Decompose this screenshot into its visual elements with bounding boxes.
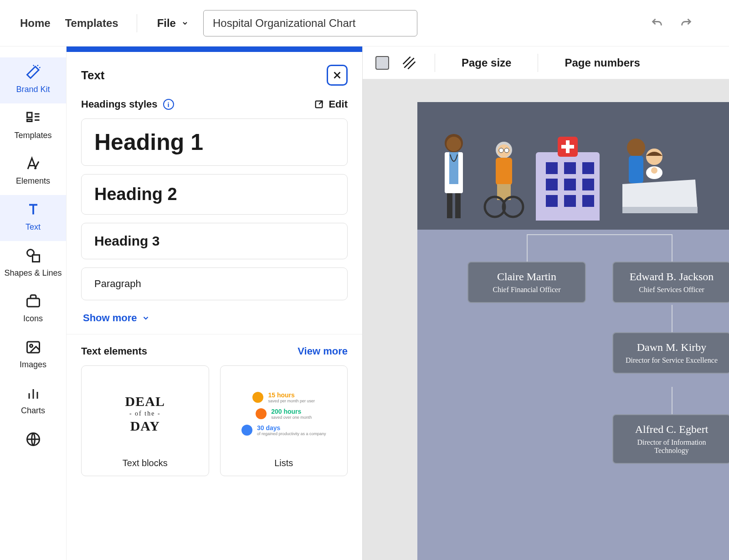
file-menu[interactable]: File bbox=[154, 14, 192, 32]
close-icon bbox=[332, 70, 342, 80]
undo-redo-group bbox=[651, 17, 711, 30]
page-size-button[interactable]: Page size bbox=[453, 57, 519, 69]
text-blocks-preview: DEAL - of the - DAY bbox=[89, 375, 201, 452]
family-bed-illustration bbox=[609, 134, 700, 221]
home-tab[interactable]: Home bbox=[18, 14, 52, 32]
bullet-icon bbox=[252, 392, 263, 403]
headings-label: Headings styles i bbox=[81, 98, 174, 110]
undo-icon[interactable] bbox=[651, 17, 663, 30]
canvas-viewport[interactable]: ORGA Claire Martin Chief Financial Offic… bbox=[363, 79, 729, 560]
divider bbox=[137, 14, 137, 32]
svg-rect-42 bbox=[622, 207, 698, 213]
paragraph-style[interactable]: Paragraph bbox=[81, 267, 348, 300]
hospital-illustration bbox=[536, 152, 600, 221]
rail-charts[interactable]: Charts bbox=[0, 379, 66, 425]
elements-icon bbox=[25, 155, 41, 172]
connector bbox=[672, 234, 673, 262]
medical-cross-icon bbox=[558, 137, 578, 157]
page-numbers-button[interactable]: Page numbers bbox=[556, 57, 648, 69]
svg-line-20 bbox=[404, 58, 414, 67]
lists-preview: 15 hourssaved per month per user 200 hou… bbox=[233, 375, 334, 452]
list-row: 30 daysof regained productivity as a com… bbox=[241, 424, 326, 436]
rail-templates[interactable]: Templates bbox=[0, 103, 66, 149]
globe-icon bbox=[25, 431, 41, 447]
list-row: 200 hourssaved over one month bbox=[256, 408, 312, 420]
svg-rect-33 bbox=[496, 158, 512, 185]
svg-point-12 bbox=[30, 344, 32, 347]
rail-brand-kit[interactable]: Brand Kit bbox=[0, 57, 66, 103]
rail-label: Charts bbox=[21, 406, 45, 416]
text-elements-label: Text elements bbox=[81, 345, 147, 357]
close-panel-button[interactable] bbox=[327, 65, 348, 86]
canvas-area: Page size Page numbers bbox=[363, 46, 729, 560]
top-bar: Home Templates File bbox=[0, 0, 729, 46]
document-canvas[interactable]: ORGA Claire Martin Chief Financial Offic… bbox=[417, 102, 729, 560]
templates-icon bbox=[25, 110, 41, 126]
text-blocks-card[interactable]: DEAL - of the - DAY Text blocks bbox=[81, 365, 209, 476]
svg-rect-9 bbox=[32, 255, 39, 262]
file-label: File bbox=[157, 17, 176, 30]
svg-point-36 bbox=[503, 197, 523, 217]
patient-wheelchair-illustration bbox=[481, 139, 527, 221]
svg-point-39 bbox=[646, 149, 662, 165]
heading1-style[interactable]: Heading 1 bbox=[81, 118, 348, 166]
connector bbox=[672, 387, 673, 414]
svg-rect-38 bbox=[629, 156, 643, 183]
text-icon bbox=[25, 201, 41, 218]
rail-label: Templates bbox=[14, 131, 51, 140]
chart-icon bbox=[25, 385, 41, 401]
svg-rect-1 bbox=[27, 119, 32, 122]
text-panel: Text Headings styles i Edit Heading 1 He… bbox=[67, 46, 363, 560]
svg-point-35 bbox=[485, 197, 505, 217]
heading3-style[interactable]: Heading 3 bbox=[81, 223, 348, 259]
fill-color-swatch[interactable] bbox=[375, 56, 389, 70]
rail-images[interactable]: Images bbox=[0, 333, 66, 379]
bullet-icon bbox=[256, 408, 267, 419]
rail-label: Brand Kit bbox=[16, 85, 50, 94]
canvas-header-illustration: ORGA bbox=[417, 102, 729, 230]
chevron-down-icon bbox=[142, 314, 150, 322]
view-more-elements[interactable]: View more bbox=[298, 345, 348, 357]
document-title-input[interactable] bbox=[203, 10, 417, 36]
rail-more[interactable] bbox=[0, 425, 66, 447]
templates-tab[interactable]: Templates bbox=[63, 14, 120, 32]
org-node-dse[interactable]: Dawn M. Kirby Director for Service Excel… bbox=[612, 332, 729, 374]
redo-icon[interactable] bbox=[680, 17, 693, 30]
svg-rect-28 bbox=[455, 193, 461, 218]
heading2-style[interactable]: Heading 2 bbox=[81, 174, 348, 215]
rail-elements[interactable]: Elements bbox=[0, 149, 66, 195]
org-node-cfo[interactable]: Claire Martin Chief Financial Officer bbox=[467, 262, 586, 303]
svg-point-37 bbox=[627, 139, 645, 157]
rail-shapes[interactable]: Shapes & Lines bbox=[0, 241, 66, 287]
doctor-illustration bbox=[436, 129, 472, 221]
tool-rail: Brand Kit Templates Elements Text Shapes… bbox=[0, 46, 67, 560]
connector bbox=[672, 305, 673, 332]
info-icon[interactable]: i bbox=[163, 99, 174, 110]
org-node-cso[interactable]: Edward B. Jackson Chief Services Officer bbox=[612, 262, 729, 303]
list-row: 15 hourssaved per month per user bbox=[252, 391, 315, 403]
external-edit-icon bbox=[314, 99, 324, 109]
show-more-styles[interactable]: Show more bbox=[81, 308, 348, 334]
org-chart: Claire Martin Chief Financial Officer Ed… bbox=[417, 230, 729, 266]
divider bbox=[67, 334, 362, 334]
org-node-dit[interactable]: Alfred C. Egbert Director of Information… bbox=[612, 414, 729, 464]
panel-accent bbox=[67, 46, 362, 52]
rail-label: Images bbox=[20, 360, 46, 370]
pattern-icon[interactable] bbox=[402, 56, 416, 70]
rail-label: Shapes & Lines bbox=[4, 268, 62, 278]
svg-rect-27 bbox=[447, 193, 452, 218]
rail-label: Elements bbox=[16, 176, 50, 186]
svg-point-41 bbox=[651, 167, 657, 174]
rail-label: Text bbox=[26, 222, 41, 232]
lists-card[interactable]: 15 hourssaved per month per user 200 hou… bbox=[220, 365, 348, 476]
rail-icons[interactable]: Icons bbox=[0, 287, 66, 333]
svg-point-24 bbox=[447, 137, 461, 151]
rail-text[interactable]: Text bbox=[0, 195, 66, 241]
svg-rect-10 bbox=[27, 298, 39, 307]
bullet-icon bbox=[241, 425, 252, 436]
svg-point-31 bbox=[499, 148, 503, 153]
svg-rect-0 bbox=[27, 113, 32, 118]
canvas-toolbar: Page size Page numbers bbox=[363, 46, 729, 79]
edit-styles-button[interactable]: Edit bbox=[314, 98, 348, 110]
divider bbox=[435, 54, 435, 72]
